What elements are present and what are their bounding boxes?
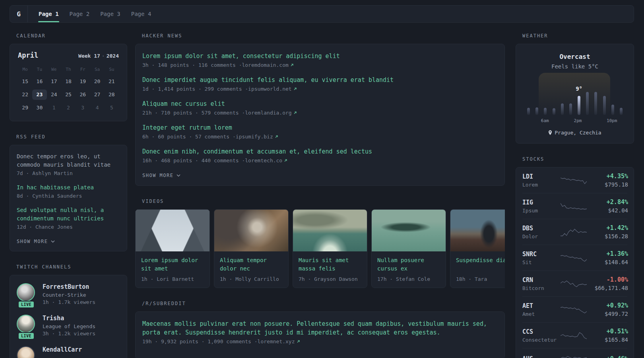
weather-hour-label xyxy=(557,118,566,123)
weather-bar-cell xyxy=(533,107,541,115)
hackernews-item: Lorem ipsum dolor sit amet, consectetur … xyxy=(142,52,498,68)
stock-quote: +0.92%$499.72 xyxy=(587,302,628,317)
hackernews-item: Integer eget rutrum lorem6h · 60 points … xyxy=(142,123,498,140)
tab-page-4[interactable]: Page 4 xyxy=(131,6,152,22)
live-badge: LIVE xyxy=(18,301,35,308)
calendar-day: 24 xyxy=(47,90,61,100)
stock-symbol: CCS xyxy=(522,328,561,335)
subreddit-post-meta: 19h · 9,932 points · 1,090 comments · lo… xyxy=(142,339,498,344)
middle-column: HACKER NEWS Lorem ipsum dolor sit amet, … xyxy=(135,33,505,358)
rss-list: Donec tempor eros leo, ut commodo mauris… xyxy=(17,152,120,230)
stock-identity: AHS xyxy=(522,355,561,358)
video-title[interactable]: Nullam posuere cursus ex xyxy=(377,256,440,273)
stock-row-ahs[interactable]: AHS+0.46% xyxy=(522,348,627,358)
twitch-channel[interactable]: LIVEForrestBurtonCounter-Strike1h · 1.7k… xyxy=(17,283,120,305)
subreddit-post-domain[interactable]: loremnet.xyz xyxy=(258,339,295,344)
hackernews-item-title[interactable]: Aliquam nec cursus elit xyxy=(142,99,498,108)
rss-show-more-label: SHOW MORE xyxy=(17,239,48,244)
app-logo[interactable]: G xyxy=(10,6,28,22)
weather-bar xyxy=(535,107,538,115)
weather-hourly-chart: 9° xyxy=(524,78,625,115)
stock-row-crn[interactable]: CRNBitcorn-1.00%$66,171.48 xyxy=(522,271,627,297)
video-title[interactable]: Lorem ipsum dolor sit amet consectetu… xyxy=(141,256,204,273)
hackernews-item-title[interactable]: Integer eget rutrum lorem xyxy=(142,123,498,132)
video-meta: 1h · Lori Barnett xyxy=(141,276,204,282)
stock-name: Ipsum xyxy=(522,208,561,214)
subreddit-section-title: /R/SUBREDDIT xyxy=(142,301,505,306)
hackernews-item-title[interactable]: Donec imperdiet augue tincidunt felis al… xyxy=(142,76,498,84)
video-title[interactable]: Suspendisse diam xyxy=(456,256,505,273)
stock-price: $499.72 xyxy=(587,311,628,317)
calendar-header: April Week 17·2024 xyxy=(18,51,119,59)
weather-hour-label xyxy=(617,118,625,123)
twitch-channel[interactable]: LIVETrishaLeague of Legends3h · 1.2k vie… xyxy=(17,315,120,337)
hackernews-item-title[interactable]: Donec enim nibh, condimentum et accumsan… xyxy=(142,147,498,156)
tab-page-2[interactable]: Page 2 xyxy=(69,6,90,22)
calendar-day: 22 xyxy=(18,90,32,100)
weather-card: Overcast Feels like 5°C 9° 6am2pm10pm Pr… xyxy=(516,44,634,144)
twitch-channel-info: ForrestBurtonCounter-Strike1h · 1.7k vie… xyxy=(43,283,95,305)
stock-row-dbs[interactable]: DBSDolor+1.42%$156.28 xyxy=(522,219,627,245)
hackernews-item-domain[interactable]: ipsumworld.net xyxy=(248,86,292,92)
twitch-channel-info: TrishaLeague of Legends3h · 1.2k viewers xyxy=(43,315,95,337)
video-card[interactable]: Mauris sit amet massa felis7h · Grayson … xyxy=(293,209,367,288)
video-card[interactable]: Lorem ipsum dolor sit amet consectetu…1h… xyxy=(135,209,210,288)
rss-item-meta: 12d · Chance Jones xyxy=(17,224,120,230)
weather-bar-cell xyxy=(617,108,625,115)
stock-row-snrc[interactable]: SNRCSit+1.36%$148.64 xyxy=(522,245,627,271)
rss-card: Donec tempor eros leo, ut commodo mauris… xyxy=(10,145,127,251)
hackernews-item-domain[interactable]: loremdomain.com xyxy=(242,62,288,68)
calendar-day: 19 xyxy=(76,76,90,87)
stock-row-ccs[interactable]: CCSConsectetur+0.51%$165.84 xyxy=(522,323,627,348)
hackernews-item-stats: 1d · 1,414 points · 299 comments · xyxy=(142,86,248,92)
calendar-day: 20 xyxy=(90,76,104,87)
rss-item-title[interactable]: In hac habitasse platea xyxy=(17,183,120,192)
calendar-day: 4 xyxy=(90,103,104,113)
stock-row-iig[interactable]: IIGIpsum+2.84%$42.04 xyxy=(522,193,627,219)
twitch-channel[interactable]: KendallCarr xyxy=(17,346,120,358)
video-caption: Nullam posuere cursus ex17h · Stefan Col… xyxy=(372,251,446,288)
location-pin-icon xyxy=(548,130,552,135)
twitch-channel-name[interactable]: KendallCarr xyxy=(43,346,82,353)
stock-change: +0.46% xyxy=(587,355,628,358)
weather-bar-cell xyxy=(541,108,549,115)
stock-identity: CCSConsectetur xyxy=(522,328,561,343)
columns: CALENDAR April Week 17·2024 MoTuWeThFrSa… xyxy=(10,33,634,358)
hackernews-item-title[interactable]: Lorem ipsum dolor sit amet, consectetur … xyxy=(142,52,498,60)
stock-sparkline xyxy=(561,330,587,340)
weather-hour-label: 2pm xyxy=(574,118,582,123)
calendar-day: 27 xyxy=(90,90,104,100)
video-card[interactable]: Aliquam tempor dolor nec pharetra…1h · M… xyxy=(214,209,289,288)
tab-page-3[interactable]: Page 3 xyxy=(100,6,121,22)
subreddit-widget: /R/SUBREDDIT Maecenas mollis pulvinar er… xyxy=(135,301,505,358)
hackernews-show-more-button[interactable]: SHOW MORE xyxy=(142,173,180,178)
rss-show-more-button[interactable]: SHOW MORE xyxy=(17,239,55,244)
subreddit-post-title[interactable]: Maecenas mollis pulvinar erat non posuer… xyxy=(142,319,498,337)
tab-page-1[interactable]: Page 1 xyxy=(38,6,59,22)
video-title[interactable]: Aliquam tempor dolor nec pharetra… xyxy=(220,256,283,273)
video-title[interactable]: Mauris sit amet massa felis xyxy=(299,256,361,273)
top-navbar: G Page 1Page 2Page 3Page 4 xyxy=(10,5,634,23)
rss-item-title[interactable]: Donec tempor eros leo, ut commodo mauris… xyxy=(17,152,120,169)
stock-sparkline xyxy=(561,304,587,315)
weather-hour-label xyxy=(549,118,557,123)
rss-item-title[interactable]: Sed volutpat nulla nisl, a condimentum n… xyxy=(17,206,120,223)
video-card[interactable]: Nullam posuere cursus ex17h · Stefan Col… xyxy=(371,209,446,288)
hackernews-item-domain[interactable]: ipsumify.biz xyxy=(236,134,273,140)
calendar-week-label: Week 17 xyxy=(78,53,100,59)
calendar-separator: · xyxy=(102,53,105,59)
twitch-channel-name[interactable]: Trisha xyxy=(43,315,95,322)
video-card[interactable]: Suspendisse diam18h · Tara xyxy=(450,209,505,288)
calendar-weekday-header: Th xyxy=(61,66,76,74)
hackernews-item-domain[interactable]: loremlandia.org xyxy=(245,110,291,116)
hackernews-item: Donec enim nibh, condimentum et accumsan… xyxy=(142,147,498,163)
hackernews-item-meta: 3h · 148 points · 116 comments · loremdo… xyxy=(142,62,498,68)
stock-row-ldi[interactable]: LDILorem+4.35%$795.18 xyxy=(522,167,627,193)
twitch-channel-name[interactable]: ForrestBurton xyxy=(43,283,95,290)
stock-row-aet[interactable]: AETAmet+0.92%$499.72 xyxy=(522,297,627,323)
stock-sparkline xyxy=(561,227,587,237)
video-meta: 7h · Grayson Dawson xyxy=(299,276,361,282)
hackernews-item-domain[interactable]: loremtech.co xyxy=(245,158,282,163)
hackernews-item-meta: 6h · 60 points · 57 comments · ipsumify.… xyxy=(142,134,498,140)
hackernews-show-more-label: SHOW MORE xyxy=(142,173,174,178)
